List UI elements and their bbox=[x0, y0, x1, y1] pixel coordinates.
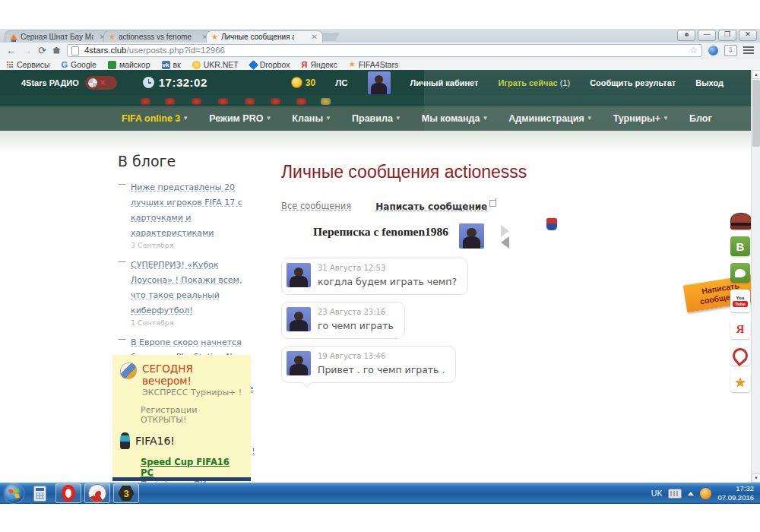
logout-link[interactable]: Выход bbox=[695, 78, 724, 87]
url-path: /userposts.php?id=12966 bbox=[127, 46, 225, 55]
windows-taskbar: 3 UK 17:32 07.09.2016 bbox=[0, 483, 760, 504]
nav-blog[interactable]: Блог▼ bbox=[689, 113, 712, 124]
nav-klany[interactable]: Кланы▼ bbox=[292, 113, 331, 124]
myscore-icon bbox=[108, 61, 116, 69]
tournament-promo-box: СЕГОДНЯ вечером! ЭКСПРЕСС Турниры+ ! Рег… bbox=[112, 355, 251, 481]
blog-post-item: —Ниже представлены 20 лучших игроков FIF… bbox=[118, 179, 259, 249]
social-sidebar: В YouTube Я ★ bbox=[730, 213, 752, 399]
browser-window: Серная Шнат Бау Маун ✕ ★ actionesss vs f… bbox=[0, 29, 760, 483]
back-icon[interactable]: ← bbox=[6, 46, 16, 55]
nav-fifa-online-3[interactable]: FIFA online 3▼ bbox=[122, 113, 188, 124]
forward-icon[interactable]: → bbox=[22, 46, 32, 55]
tray-clock[interactable]: 17:32 07.09.2016 bbox=[717, 484, 754, 502]
promo-tonight: СЕГОДНЯ вечером! bbox=[142, 363, 245, 387]
address-bar[interactable]: 4stars.club/userposts.php?id=12966 ☆ bbox=[67, 44, 702, 57]
blog-post-link[interactable]: СУПЕРПРИЗ! «Кубок Лоусона» ! Покажи всем… bbox=[131, 260, 242, 315]
bird-glyph bbox=[735, 269, 746, 277]
bookmark-fifa4stars[interactable]: ★FIFA4Stars bbox=[349, 60, 398, 69]
bookmark-star-icon[interactable]: ☆ bbox=[689, 45, 698, 55]
keyboard-icon[interactable] bbox=[668, 489, 682, 499]
tab-2[interactable]: ★ actionesss vs fenomen19 ✕ bbox=[103, 30, 214, 43]
taskbar-fifa-online3[interactable]: 3 bbox=[113, 483, 139, 503]
interlocutor-avatar[interactable]: online bbox=[459, 223, 484, 249]
star-icon[interactable]: ★ bbox=[730, 372, 750, 392]
browser-menu-icon[interactable] bbox=[743, 46, 754, 54]
sender-avatar[interactable] bbox=[287, 263, 311, 287]
play-now-link[interactable]: Играть сейчас (1) bbox=[498, 78, 570, 87]
chevron-down-icon: ▼ bbox=[587, 115, 593, 122]
club-logo[interactable] bbox=[524, 222, 552, 250]
tab-1[interactable]: Серная Шнат Бау Маун ✕ bbox=[5, 30, 111, 43]
star-favicon: ★ bbox=[211, 33, 218, 41]
tab-close-icon[interactable]: ✕ bbox=[312, 33, 318, 41]
bookmark-label: Сервисы bbox=[17, 60, 50, 69]
coin-icon bbox=[291, 77, 302, 88]
tray-app-icon[interactable] bbox=[700, 488, 711, 499]
blog-post-item: —СУПЕРПРИЗ! «Кубок Лоусона» ! Покажи все… bbox=[118, 256, 259, 327]
sender-avatar[interactable] bbox=[287, 351, 311, 375]
youtube-icon[interactable]: YouTube bbox=[730, 290, 750, 312]
bookmark-myscore[interactable]: майскор bbox=[108, 60, 150, 69]
speaker-icon bbox=[88, 78, 97, 87]
message-list: 31 Августа 12:53 когдла будем играть чем… bbox=[281, 258, 555, 383]
report-result-link[interactable]: Сообщить результат bbox=[590, 78, 676, 87]
close-button[interactable]: ✕ bbox=[739, 30, 757, 41]
restore-button[interactable]: ❐ bbox=[718, 30, 736, 41]
twitter-icon[interactable] bbox=[730, 263, 750, 283]
tab-3-active[interactable]: ★ Личные сообщения actio ✕ bbox=[206, 30, 323, 43]
blog-post-date: 1 Сентября bbox=[131, 318, 259, 327]
bookmark-dropbox[interactable]: Dropbox bbox=[250, 60, 290, 69]
taskbar-opera[interactable] bbox=[55, 483, 81, 503]
nav-pravila[interactable]: Правила▼ bbox=[352, 113, 401, 124]
blog-post-date: 3 Сентября bbox=[131, 241, 259, 249]
nav-rezhim-pro[interactable]: Режим PRO▼ bbox=[209, 113, 271, 124]
user-avatar[interactable] bbox=[368, 71, 391, 94]
blog-post-link[interactable]: Ниже представлены 20 лучших игроков FIFA… bbox=[131, 182, 242, 238]
all-messages-link[interactable]: Все сообщения bbox=[281, 201, 351, 211]
desktop: Серная Шнат Бау Маун ✕ ★ actionesss vs f… bbox=[0, 0, 760, 532]
nav-my-komanda[interactable]: Мы команда▼ bbox=[422, 113, 489, 124]
taskbar-calculator[interactable] bbox=[27, 483, 52, 503]
message-date: 19 Августа 13:46 bbox=[318, 352, 445, 360]
up-arrow-icon bbox=[10, 34, 17, 40]
reload-icon[interactable]: ⟳ bbox=[38, 46, 46, 55]
scrollbar-thumb[interactable] bbox=[752, 80, 760, 147]
start-button[interactable] bbox=[5, 484, 24, 503]
cabinet-link[interactable]: Личный кабинет bbox=[410, 78, 479, 87]
scroll-up-arrow[interactable]: ▲ bbox=[752, 70, 760, 79]
home-icon[interactable] bbox=[52, 47, 61, 54]
nav-turniry[interactable]: Турниры+▼ bbox=[613, 113, 669, 124]
promo-registrations: Регистрации ОТКРЫТЫ! bbox=[141, 405, 245, 425]
bookmark-ukrnet[interactable]: UKR.NET bbox=[192, 60, 239, 69]
vk-icon[interactable]: В bbox=[730, 236, 750, 256]
bookmark-yandex[interactable]: ЯЯндекс bbox=[301, 60, 337, 69]
whistle-icon[interactable] bbox=[730, 346, 750, 366]
bookmarks-bar: Сервисы GGoogle майскор vkвк UKR.NET Dro… bbox=[0, 59, 760, 71]
private-messages-link[interactable]: ЛС bbox=[335, 78, 347, 87]
dropbox-icon bbox=[249, 60, 258, 70]
sender-avatar[interactable] bbox=[287, 307, 311, 331]
radio-player-button[interactable]: ✕ bbox=[85, 76, 117, 90]
star-icon: ★ bbox=[349, 61, 356, 68]
download-extension-icon[interactable]: ⇩ bbox=[724, 45, 737, 56]
profile-button[interactable] bbox=[677, 30, 695, 41]
vk-icon: vk bbox=[162, 61, 170, 69]
minimize-button[interactable]: — bbox=[698, 30, 716, 41]
cap-icon[interactable] bbox=[730, 213, 752, 230]
tray-expand-icon[interactable] bbox=[688, 492, 694, 496]
extension-icon[interactable] bbox=[708, 46, 718, 55]
window-controls: — ❐ ✕ bbox=[677, 30, 757, 41]
radio-close-icon[interactable]: ✕ bbox=[100, 79, 106, 87]
play-now-label: Играть сейчас bbox=[498, 78, 557, 87]
bookmark-google[interactable]: GGoogle bbox=[62, 60, 97, 69]
yandex-icon[interactable]: Я bbox=[730, 319, 750, 339]
bookmark-vk[interactable]: vkвк bbox=[162, 60, 181, 69]
scroll-down-arrow[interactable]: ▼ bbox=[752, 473, 760, 483]
write-message-link[interactable]: Написать сообщение bbox=[375, 201, 487, 212]
taskbar-dragon[interactable] bbox=[84, 483, 110, 503]
page-scrollbar[interactable]: ▲ ▼ bbox=[751, 70, 760, 483]
nav-administracia[interactable]: Администрация▼ bbox=[508, 113, 592, 124]
speed-cup-pc-link[interactable]: Speed Cup FIFA16 PC bbox=[141, 457, 245, 478]
bookmark-services[interactable]: Сервисы bbox=[6, 60, 50, 69]
language-indicator[interactable]: UK bbox=[651, 489, 663, 498]
